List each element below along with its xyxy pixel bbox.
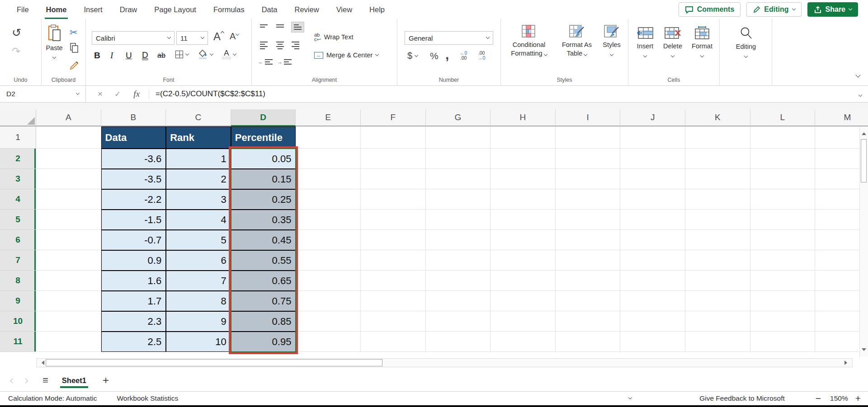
column-header-E[interactable]: E [296,109,361,126]
cell-E10[interactable] [296,311,361,332]
cell-F3[interactable] [361,169,426,189]
cell-L5[interactable] [750,210,816,230]
shrink-font-button[interactable]: A [230,31,239,42]
cell-K10[interactable] [685,311,750,332]
cell-styles-button[interactable]: Styles [598,24,626,58]
cell-F8[interactable] [361,271,426,291]
cell-L9[interactable] [750,291,816,311]
merge-center-button[interactable]: ↔ Merge & Center [314,51,378,59]
undo-button[interactable]: ↺ [12,26,21,39]
cell-B8[interactable]: 1.6 [101,271,166,291]
cell-I2[interactable] [556,149,621,169]
font-color-button[interactable]: A [222,50,236,59]
column-header-K[interactable]: K [685,109,750,126]
cell-J8[interactable] [620,271,685,291]
cell-C5[interactable]: 4 [166,210,231,230]
cell-K8[interactable] [685,271,750,291]
cell-I5[interactable] [556,210,621,230]
cell-H11[interactable] [491,332,556,352]
number-format-combo[interactable]: General [405,31,493,45]
cell-E9[interactable] [296,291,361,311]
cell-E1[interactable] [296,126,361,149]
column-header-F[interactable]: F [361,109,426,126]
row-header-7[interactable]: 7 [0,250,36,271]
borders-button[interactable] [175,51,189,58]
column-header-B[interactable]: B [101,109,166,126]
cell-D4[interactable]: 0.25 [231,189,296,210]
cell-G2[interactable] [426,149,491,169]
cancel-button[interactable]: × [98,89,103,99]
cell-J4[interactable] [620,189,685,210]
cell-C7[interactable]: 6 [166,250,231,271]
cell-C6[interactable]: 5 [166,230,231,250]
cell-G8[interactable] [426,271,491,291]
zoom-in-button[interactable]: + [855,393,861,404]
cell-G10[interactable] [426,311,491,332]
cell-K4[interactable] [685,189,750,210]
column-header-H[interactable]: H [491,109,556,126]
all-sheets-menu-icon[interactable]: ≡ [42,374,48,386]
cell-A10[interactable] [36,311,101,332]
horizontal-scroll-thumb[interactable] [46,359,382,366]
row-header-6[interactable]: 6 [0,230,36,250]
cell-B7[interactable]: 0.9 [101,250,166,271]
column-header-I[interactable]: I [556,109,621,126]
menu-tab-formulas[interactable]: Formulas [205,0,253,19]
menu-tab-draw[interactable]: Draw [111,0,146,19]
cell-L11[interactable] [750,332,816,352]
cell-C9[interactable]: 8 [166,291,231,311]
cell-A3[interactable] [36,169,101,189]
cell-D8[interactable]: 0.65 [231,271,296,291]
cell-F2[interactable] [361,149,426,169]
column-header-J[interactable]: J [620,109,685,126]
column-header-D[interactable]: D [231,109,296,126]
cell-F7[interactable] [361,250,426,271]
column-header-G[interactable]: G [426,109,491,126]
cell-B10[interactable]: 2.3 [101,311,166,332]
strikethrough-button[interactable]: ab [157,51,165,60]
align-right-button[interactable] [292,42,299,49]
cell-F10[interactable] [361,311,426,332]
insert-function-button[interactable]: fx [133,89,140,99]
cell-D9[interactable]: 0.75 [231,291,296,311]
cell-C4[interactable]: 3 [166,189,231,210]
row-header-3[interactable]: 3 [0,169,36,189]
cell-K2[interactable] [685,149,750,169]
cell-D3[interactable]: 0.15 [231,169,296,189]
cell-D7[interactable]: 0.55 [231,250,296,271]
comma-style-button[interactable]: , [445,47,449,62]
cell-D2[interactable]: 0.05 [231,149,296,169]
font-name-combo[interactable]: Calibri [92,31,175,45]
ribbon-collapse-chevron[interactable] [856,75,860,77]
row-header-2[interactable]: 2 [0,149,36,169]
cell-B3[interactable]: -3.5 [101,169,166,189]
horizontal-scrollbar[interactable] [36,358,853,367]
next-sheet-chevron[interactable] [24,376,27,384]
cell-C1[interactable]: Rank [166,126,231,149]
insert-cells-button[interactable]: Insert [632,26,658,59]
cell-D10[interactable]: 0.85 [231,311,296,332]
align-top-button[interactable] [260,24,268,28]
cell-K5[interactable] [685,210,750,230]
row-header-9[interactable]: 9 [0,291,36,311]
cell-B2[interactable]: -3.6 [101,149,166,169]
cell-B4[interactable]: -2.2 [101,189,166,210]
cell-J3[interactable] [620,169,685,189]
cell-E5[interactable] [296,210,361,230]
cell-K3[interactable] [685,169,750,189]
format-as-table-button[interactable]: Format As Table [556,24,598,58]
double-underline-button[interactable]: D [142,51,148,60]
cell-E4[interactable] [296,189,361,210]
row-header-8[interactable]: 8 [0,271,36,291]
wrap-text-button[interactable]: abc↩ Wrap Text [314,33,353,42]
cell-L2[interactable] [750,149,816,169]
cell-G4[interactable] [426,189,491,210]
column-header-L[interactable]: L [750,109,816,126]
cell-H10[interactable] [491,311,556,332]
comments-button[interactable]: Comments [679,2,741,17]
accounting-format-button[interactable]: $ [407,51,418,61]
cell-K7[interactable] [685,250,750,271]
cell-L3[interactable] [750,169,816,189]
cell-I7[interactable] [556,250,621,271]
cell-I11[interactable] [556,332,621,352]
